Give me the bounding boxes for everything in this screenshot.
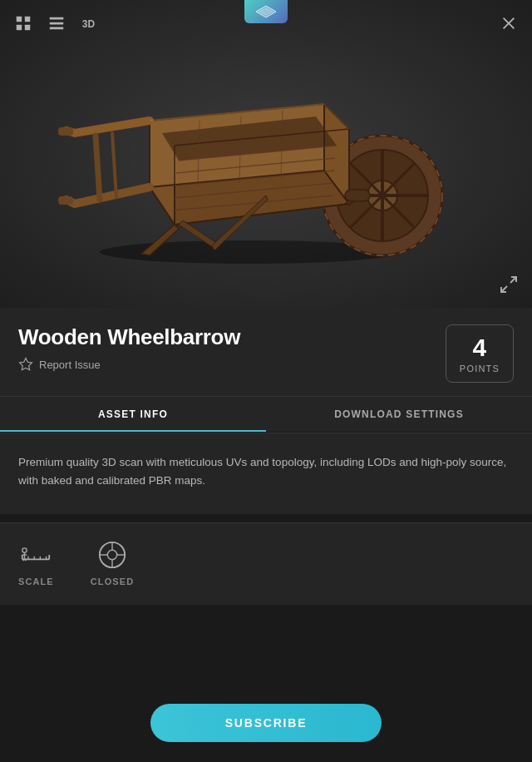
svg-rect-26 [50, 17, 64, 20]
viewer-background [0, 0, 532, 308]
svg-rect-27 [50, 22, 64, 25]
subscribe-button[interactable]: SUBSCRIBE [150, 704, 382, 742]
svg-rect-18 [58, 196, 73, 205]
model-display [42, 29, 490, 279]
close-button[interactable] [497, 12, 520, 35]
tab-asset-info[interactable]: ASSET INFO [0, 397, 266, 432]
wheelbarrow-model [50, 37, 482, 270]
points-badge: 4 POINTS [446, 324, 514, 383]
report-issue-link[interactable]: Report Issue [39, 359, 101, 371]
3d-view-button[interactable]: 3D [78, 12, 101, 35]
svg-rect-23 [25, 17, 30, 22]
svg-rect-24 [17, 25, 22, 30]
subscribe-area: SUBSCRIBE [0, 689, 532, 762]
viewer-panel: 3D [0, 0, 532, 308]
svg-rect-22 [17, 17, 22, 22]
svg-text:3D: 3D [82, 18, 96, 30]
svg-line-21 [112, 133, 116, 197]
svg-marker-36 [20, 359, 32, 370]
closed-meta-item: CLOSED [91, 540, 134, 586]
description-section: Premium quality 3D scan with meticulous … [0, 433, 532, 514]
fullscreen-button[interactable] [497, 273, 520, 296]
list-icon [47, 14, 66, 32]
scale-meta-item: SCALE [18, 540, 54, 586]
svg-rect-28 [50, 27, 64, 30]
svg-line-35 [501, 286, 507, 292]
meta-row: SCALE CLOSED [0, 522, 532, 605]
description-text: Premium quality 3D scan with meticulous … [18, 453, 514, 491]
svg-line-34 [510, 277, 516, 283]
svg-rect-17 [345, 190, 370, 201]
report-row: Report Issue [18, 357, 240, 372]
scale-icon [21, 540, 51, 570]
points-label: POINTS [460, 364, 500, 374]
title-area: Wooden Wheelbarrow Report Issue [18, 324, 240, 372]
asset-info-header: Wooden Wheelbarrow Report Issue 4 POINTS [0, 308, 532, 396]
svg-rect-25 [25, 25, 30, 30]
grid-view-button[interactable] [12, 12, 35, 35]
points-value: 4 [460, 334, 500, 361]
svg-rect-19 [58, 127, 73, 136]
asset-title: Wooden Wheelbarrow [18, 324, 240, 350]
logo-icon [253, 4, 279, 19]
svg-line-20 [96, 136, 100, 200]
svg-point-50 [107, 550, 116, 559]
three-d-icon: 3D [81, 14, 99, 32]
closed-icon [97, 540, 127, 570]
closed-label: CLOSED [91, 576, 134, 586]
favorite-button[interactable] [18, 357, 33, 372]
grid-icon [14, 14, 32, 32]
tab-download-settings[interactable]: DOWNLOAD SETTINGS [266, 397, 532, 432]
logo-badge [244, 0, 288, 23]
list-view-button[interactable] [45, 12, 68, 35]
tabs-bar: ASSET INFO DOWNLOAD SETTINGS [0, 396, 532, 432]
svg-point-44 [22, 547, 27, 552]
scale-label: SCALE [18, 576, 54, 586]
logo-area [244, 0, 288, 23]
viewer-toolbar: 3D [12, 12, 101, 35]
